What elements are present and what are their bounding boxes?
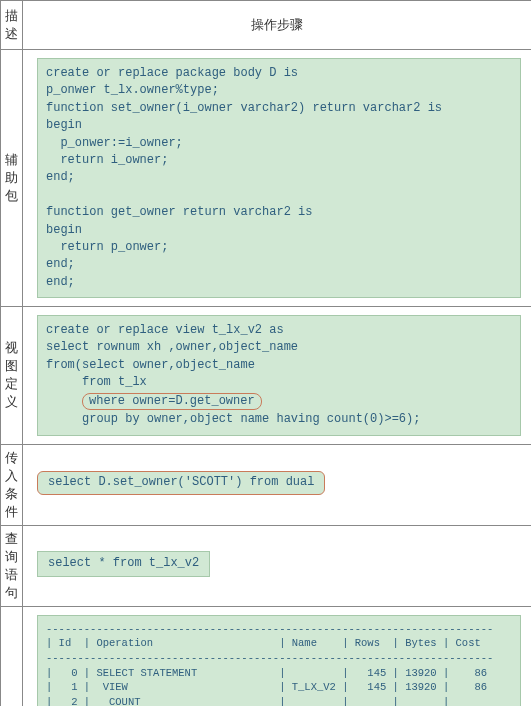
header-steps: 操作步骤 [23, 1, 532, 50]
plan-dash1: ----------------------------------------… [46, 623, 493, 635]
header-desc: 描述 [1, 1, 23, 50]
steps-table: 描述 操作步骤 辅助包 create or replace package bo… [0, 0, 531, 706]
view-code-post: group by owner,object name having count(… [46, 412, 420, 426]
plan-dash2: ----------------------------------------… [46, 652, 493, 664]
plan-code: ----------------------------------------… [37, 615, 521, 706]
row-query-content: select * from t_lx_v2 [23, 525, 532, 606]
view-code-highlight: where owner=D.get_owner [82, 393, 262, 411]
row-plan-content: ----------------------------------------… [23, 606, 532, 706]
view-code: create or replace view t_lx_v2 as select… [37, 315, 521, 436]
row-aux-content: create or replace package body D is p_on… [23, 50, 532, 307]
aux-code: create or replace package body D is p_on… [37, 58, 521, 298]
param-code: select D.set_owner('SCOTT') from dual [37, 471, 325, 495]
plan-r2: | 2 | COUNT | | | | [46, 696, 449, 706]
row-query-label: 查询语句 [1, 525, 23, 606]
plan-head: | Id | Operation | Name | Rows | Bytes |… [46, 637, 481, 649]
row-aux-label: 辅助包 [1, 50, 23, 307]
row-param-content: select D.set_owner('SCOTT') from dual [23, 444, 532, 525]
row-plan-label: 执行计划 [1, 606, 23, 706]
row-param-label: 传入条件 [1, 444, 23, 525]
plan-r0: | 0 | SELECT STATEMENT | | 145 | 13920 |… [46, 667, 487, 679]
plan-r1: | 1 | VIEW | T_LX_V2 | 145 | 13920 | 86 [46, 681, 487, 693]
query-code: select * from t_lx_v2 [37, 551, 210, 576]
row-view-content: create or replace view t_lx_v2 as select… [23, 307, 532, 445]
view-code-pre: create or replace view t_lx_v2 as select… [46, 323, 298, 389]
row-view-label: 视图定义 [1, 307, 23, 445]
